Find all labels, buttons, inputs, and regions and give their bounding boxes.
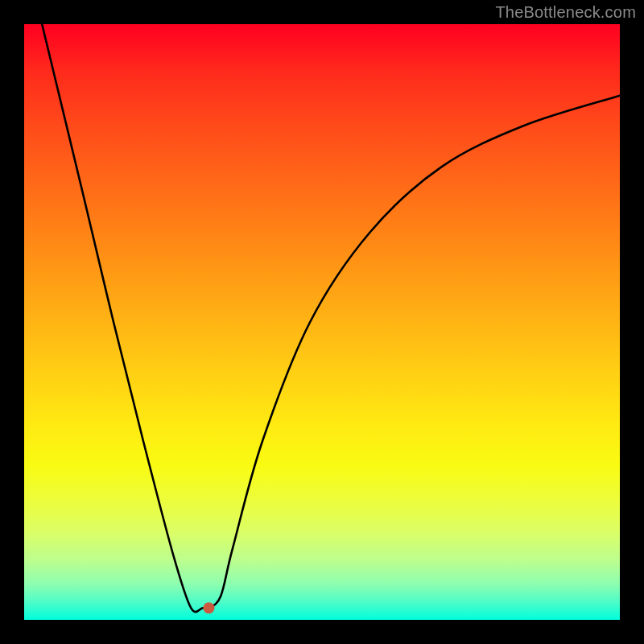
- bottleneck-curve: [42, 24, 620, 612]
- minimum-marker: [203, 602, 214, 613]
- watermark-text: TheBottleneck.com: [495, 3, 636, 22]
- plot-area: [24, 24, 620, 620]
- chart-frame: TheBottleneck.com: [0, 0, 644, 644]
- curve-svg: [24, 24, 620, 620]
